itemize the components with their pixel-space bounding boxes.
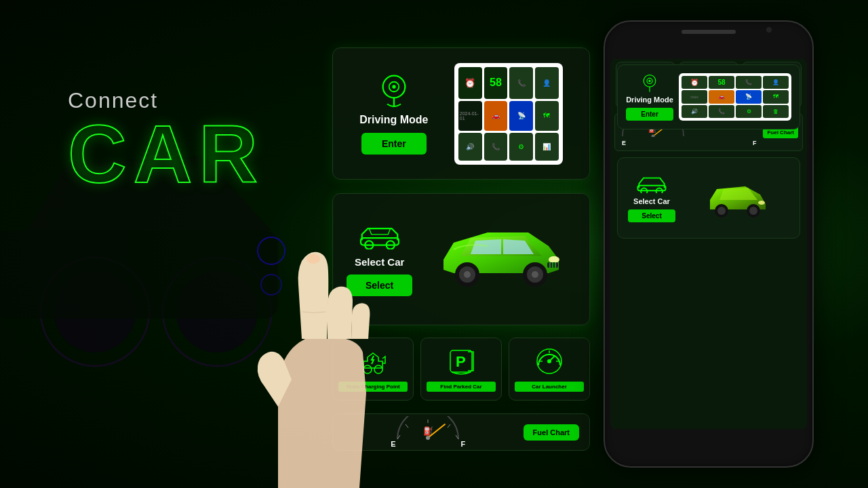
driving-mode-panel: Driving Mode Enter ⏰ 58 📞 👤 2024-01-01 🚗… bbox=[332, 47, 590, 180]
date-cell: 2024-01-01 bbox=[458, 101, 482, 131]
phone-select-car-left: Select Car Select bbox=[625, 174, 679, 222]
phone-ef-labels: E F bbox=[619, 140, 759, 146]
svg-point-49 bbox=[717, 207, 726, 215]
mini-date: date bbox=[682, 90, 707, 103]
hand-pointing-overlay bbox=[237, 203, 441, 488]
svg-text:P: P bbox=[456, 353, 466, 370]
phone-location-area: Driving Mode Enter bbox=[626, 74, 673, 121]
mini-time: 58 bbox=[709, 76, 734, 89]
mini-bt: 📡 bbox=[736, 90, 762, 103]
mini-car: 🚗 bbox=[709, 90, 734, 103]
car-launcher-label: Car Launcher bbox=[515, 382, 584, 392]
svg-point-15 bbox=[464, 271, 471, 278]
mini-call: 📞 bbox=[709, 105, 734, 118]
svg-point-44 bbox=[648, 79, 650, 81]
phone-driving-mode-label: Driving Mode bbox=[626, 96, 673, 104]
phone-car-image bbox=[684, 174, 793, 222]
svg-point-56 bbox=[307, 254, 320, 264]
car-launcher-icon bbox=[534, 346, 564, 376]
contact-icon-cell: 👤 bbox=[535, 67, 559, 100]
branding-area: Connect CAR bbox=[68, 88, 264, 195]
mini-phone-icon: 📞 bbox=[736, 76, 762, 89]
mini-vol: 🔊 bbox=[682, 105, 707, 118]
phone-device: Driving Mode Enter ⏰ 58 📞 👤 date 🚗 📡 🗺 🔊… bbox=[604, 20, 814, 468]
phone-icon-cell: 📞 bbox=[509, 67, 533, 100]
phone-select-car-card: Select Car Select bbox=[617, 157, 800, 239]
apps-cell: ⚙ bbox=[509, 133, 533, 161]
mini-grid-icon: ⚙ bbox=[736, 105, 762, 118]
nav-cell: 🗺 bbox=[535, 101, 559, 131]
stats-cell: 📊 bbox=[535, 133, 559, 161]
phone-camera bbox=[766, 27, 772, 33]
driving-mode-left: Driving Mode Enter bbox=[359, 73, 428, 155]
hand-svg bbox=[237, 203, 441, 488]
svg-rect-4 bbox=[0, 230, 278, 319]
phone-speaker bbox=[682, 30, 736, 34]
car-label: CAR bbox=[68, 113, 264, 195]
phone-car-outline bbox=[635, 174, 669, 193]
mini-clock: ⏰ bbox=[682, 76, 707, 89]
driving-mode-enter-button[interactable]: Enter bbox=[361, 133, 427, 155]
fuel-chart-button[interactable]: Fuel Chart bbox=[524, 424, 579, 441]
f-label: F bbox=[461, 440, 466, 448]
time-cell: 58 bbox=[484, 67, 508, 100]
svg-point-18 bbox=[532, 271, 538, 278]
phone-driving-mode-card: Driving Mode Enter ⏰ 58 📞 👤 date 🚗 📡 🗺 🔊… bbox=[617, 64, 800, 129]
sound-cell: 🔊 bbox=[458, 133, 482, 161]
svg-point-19 bbox=[549, 256, 559, 263]
svg-point-51 bbox=[749, 207, 757, 215]
bluetooth-cell: 📡 bbox=[509, 101, 533, 131]
parked-car-icon: P bbox=[446, 346, 476, 376]
mini-contact: 👤 bbox=[763, 76, 789, 89]
svg-point-33 bbox=[547, 359, 551, 363]
clock-cell: ⏰ bbox=[458, 67, 482, 100]
phone-select-car-label: Select Car bbox=[633, 197, 670, 205]
driving-mode-title: Driving Mode bbox=[359, 114, 428, 126]
mini-trash: 🗑 bbox=[763, 105, 789, 118]
mini-nav: 🗺 bbox=[763, 90, 789, 103]
driving-mode-phone-ui: ⏰ 58 📞 👤 2024-01-01 🚗 📡 🗺 🔊 📞 ⚙ 📊 bbox=[454, 63, 563, 165]
car-launcher-card[interactable]: Car Launcher bbox=[509, 338, 590, 401]
svg-point-52 bbox=[758, 201, 765, 205]
phone-e-label: E bbox=[622, 140, 626, 146]
phone-f-label: F bbox=[753, 140, 757, 146]
svg-point-9 bbox=[392, 85, 395, 88]
phone-mini-grid: ⏰ 58 📞 👤 date 🚗 📡 🗺 🔊 📞 ⚙ 🗑 bbox=[679, 73, 791, 121]
select-car-image-area bbox=[426, 219, 576, 300]
phone-enter-button[interactable]: Enter bbox=[626, 108, 673, 121]
green-car-image bbox=[433, 219, 569, 300]
phone-green-car bbox=[705, 174, 772, 222]
phone-select-button[interactable]: Select bbox=[628, 209, 675, 222]
phone-screen: Driving Mode Enter ⏰ 58 📞 👤 date 🚗 📡 🗺 🔊… bbox=[610, 59, 807, 429]
svg-line-37 bbox=[448, 424, 450, 428]
call-cell: 📞 bbox=[484, 133, 508, 161]
location-pin-icon bbox=[377, 73, 411, 107]
car-icon-cell: 🚗 bbox=[484, 101, 508, 131]
phone-location-pin bbox=[640, 74, 659, 93]
